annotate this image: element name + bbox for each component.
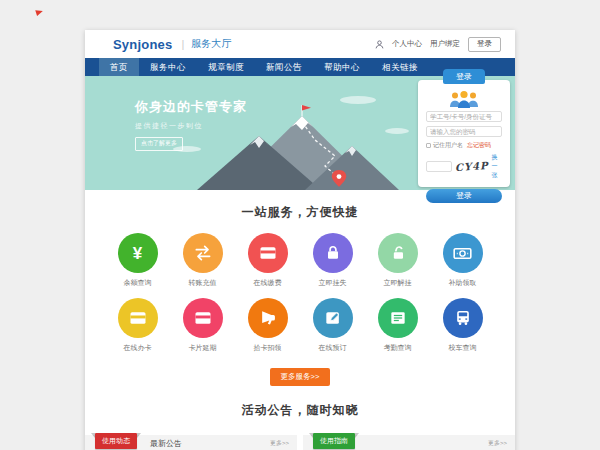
- password-input[interactable]: [426, 126, 502, 137]
- transfer-icon[interactable]: [183, 233, 223, 273]
- service-item[interactable]: 转账充值: [170, 233, 235, 288]
- logo-divider: |: [181, 38, 184, 50]
- captcha-row: CY4P 换一张: [426, 153, 502, 180]
- service-label: 卡片延期: [189, 343, 217, 353]
- service-label: 立即挂失: [319, 278, 347, 288]
- services-section: 一站服务，方便快捷 ¥余额查询转账充值在线缴费立即挂失立即解挂补助领取在线办卡卡…: [85, 190, 515, 396]
- bus-icon[interactable]: [443, 298, 483, 338]
- service-item[interactable]: 在线办卡: [105, 298, 170, 353]
- service-label: 立即解挂: [384, 278, 412, 288]
- lock-icon[interactable]: [313, 233, 353, 273]
- service-item[interactable]: 立即解挂: [365, 233, 430, 288]
- ribbon-usage-news[interactable]: 使用动态: [95, 433, 137, 449]
- logo[interactable]: Synjones | 服务大厅: [113, 37, 231, 52]
- header-right: 个人中心 用户绑定 登录: [375, 37, 501, 52]
- announcements-section: 活动公告，随时知晓 使用动态 最新公告 更多>> 使用指南 更多>>: [85, 396, 515, 450]
- service-item[interactable]: 在线缴费: [235, 233, 300, 288]
- more-services-wrap: 更多服务>>: [85, 353, 515, 396]
- ribbon-usage-guide[interactable]: 使用指南: [313, 433, 355, 449]
- service-label: 转账充值: [189, 278, 217, 288]
- bank-card-icon[interactable]: [248, 233, 288, 273]
- logo-arrow-icon: [35, 8, 44, 16]
- captcha-image: CY4P: [455, 160, 489, 173]
- service-item[interactable]: 卡片延期: [170, 298, 235, 353]
- service-label: 校车查询: [449, 343, 477, 353]
- hero-subtitle: 提供捷径一步到位: [135, 121, 247, 131]
- forgot-password-link[interactable]: 忘记密码: [467, 141, 491, 150]
- user-icon: [375, 40, 384, 49]
- service-item[interactable]: ¥余额查询: [105, 233, 170, 288]
- logo-text: Synjones: [113, 37, 172, 52]
- login-options-row: 记住用户名 忘记密码: [426, 141, 502, 150]
- login-panel: 登录 记住用户名 忘记密码 CY4P 换一张 登录: [418, 80, 510, 187]
- bank-card-icon[interactable]: [118, 298, 158, 338]
- service-item[interactable]: 在线预订: [300, 298, 365, 353]
- hero-title: 你身边的卡管专家: [135, 98, 247, 116]
- nav-item-news[interactable]: 新闻公告: [255, 58, 313, 76]
- nav-item-rules[interactable]: 规章制度: [197, 58, 255, 76]
- service-label: 在线办卡: [124, 343, 152, 353]
- service-item[interactable]: 补助领取: [430, 233, 495, 288]
- captcha-refresh-link[interactable]: 换一张: [492, 153, 502, 180]
- attendance-icon[interactable]: [378, 298, 418, 338]
- remember-label: 记住用户名: [433, 141, 463, 150]
- banknote-icon[interactable]: [443, 233, 483, 273]
- hero-banner: 你身边的卡管专家 提供捷径一步到位 点击了解更多 登录 记住用户名 忘记密码: [85, 76, 515, 190]
- header-login-button[interactable]: 登录: [468, 37, 501, 52]
- nav-item-help-center[interactable]: 帮助中心: [313, 58, 371, 76]
- more-link-left[interactable]: 更多>>: [270, 439, 289, 448]
- more-link-right[interactable]: 更多>>: [488, 439, 507, 448]
- users-group-icon: [447, 90, 481, 108]
- edit-icon[interactable]: [313, 298, 353, 338]
- services-grid: ¥余额查询转账充值在线缴费立即挂失立即解挂补助领取在线办卡卡片延期拾卡招领在线预…: [85, 233, 515, 353]
- latest-announcements-tab[interactable]: 最新公告: [150, 438, 182, 449]
- header: Synjones | 服务大厅 个人中心 用户绑定 登录: [85, 30, 515, 58]
- page: Synjones | 服务大厅 个人中心 用户绑定 登录 首页 服务中心 规章制…: [85, 30, 515, 450]
- hero-text: 你身边的卡管专家 提供捷径一步到位 点击了解更多: [135, 98, 247, 151]
- site-name: 服务大厅: [191, 37, 231, 51]
- nav-item-links[interactable]: 相关链接: [371, 58, 429, 76]
- captcha-input[interactable]: [426, 161, 452, 172]
- service-item[interactable]: 立即挂失: [300, 233, 365, 288]
- service-item[interactable]: 拾卡招领: [235, 298, 300, 353]
- login-submit-button[interactable]: 登录: [426, 189, 502, 203]
- announcement-bars: 使用动态 最新公告 更多>> 使用指南 更多>>: [85, 435, 515, 450]
- announcement-panel-right: 使用指南 更多>>: [303, 435, 515, 450]
- more-services-button[interactable]: 更多服务>>: [270, 368, 331, 386]
- announcements-title: 活动公告，随时知晓: [85, 396, 515, 431]
- bank-card-icon[interactable]: [183, 298, 223, 338]
- nav-item-service-center[interactable]: 服务中心: [139, 58, 197, 76]
- link-personal-center[interactable]: 个人中心: [392, 39, 422, 49]
- hero-cta-button[interactable]: 点击了解更多: [135, 137, 183, 151]
- service-item[interactable]: 考勤查询: [365, 298, 430, 353]
- announcement-panel-left: 使用动态 最新公告 更多>>: [85, 435, 297, 450]
- service-label: 在线缴费: [254, 278, 282, 288]
- service-label: 考勤查询: [384, 343, 412, 353]
- unlock-icon[interactable]: [378, 233, 418, 273]
- service-label: 拾卡招领: [254, 343, 282, 353]
- username-input[interactable]: [426, 111, 502, 122]
- nav-item-home[interactable]: 首页: [99, 58, 139, 76]
- yuan-icon[interactable]: ¥: [118, 233, 158, 273]
- service-label: 在线预订: [319, 343, 347, 353]
- megaphone-icon[interactable]: [248, 298, 288, 338]
- cloud-icon: [340, 96, 376, 104]
- service-label: 补助领取: [449, 278, 477, 288]
- service-item[interactable]: 校车查询: [430, 298, 495, 353]
- login-tab[interactable]: 登录: [443, 69, 485, 84]
- link-user-binding[interactable]: 用户绑定: [430, 39, 460, 49]
- service-label: 余额查询: [124, 278, 152, 288]
- remember-checkbox[interactable]: [426, 143, 431, 148]
- services-title: 一站服务，方便快捷: [85, 198, 515, 233]
